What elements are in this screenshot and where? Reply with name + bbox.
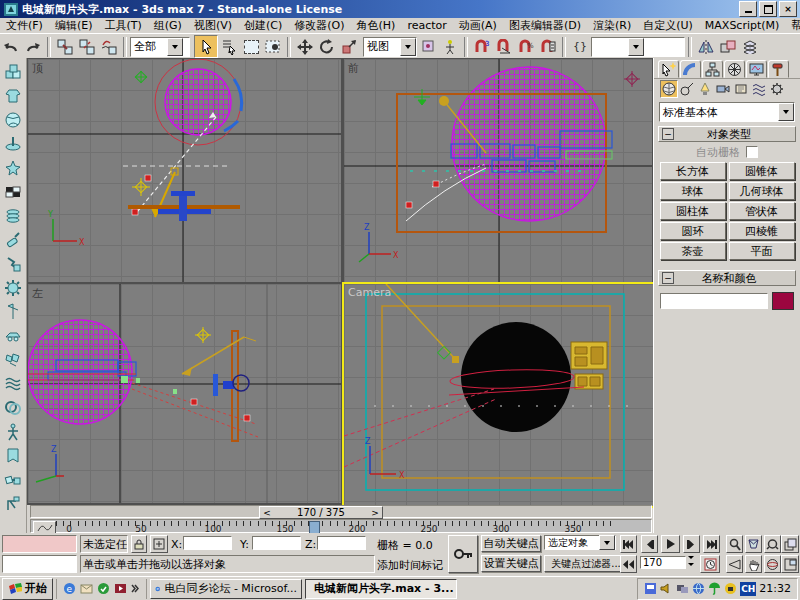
select-and-link-icon[interactable] xyxy=(54,36,76,57)
snaps-toggle-button[interactable]: 3 xyxy=(471,36,493,57)
track-bar[interactable]: 0 50 100 150 200 250 300 350 xyxy=(30,519,652,533)
viewport-front[interactable]: 前 ZX xyxy=(344,59,652,282)
menu-tools[interactable]: 工具(T) xyxy=(98,18,147,33)
menu-edit[interactable]: 编辑(E) xyxy=(49,18,99,33)
set-key-button[interactable]: 设置关键点 xyxy=(481,555,541,572)
taskbar-item-browser[interactable]: e 电白同乡论坛 - Microsof... xyxy=(150,579,302,599)
select-by-name-button[interactable] xyxy=(218,36,240,57)
green-app-icon[interactable] xyxy=(97,582,110,595)
object-name-input[interactable] xyxy=(660,293,768,309)
menu-graph-editors[interactable]: 图表编辑器(D) xyxy=(503,18,587,33)
menu-group[interactable]: 组(G) xyxy=(148,18,188,33)
plane-button[interactable]: 平面 xyxy=(729,242,795,260)
menu-file[interactable]: 文件(F) xyxy=(0,18,49,33)
viewport-camera-label[interactable]: Camera xyxy=(348,286,391,299)
dropdown-arrow-icon[interactable] xyxy=(778,103,794,121)
tab-hierarchy[interactable] xyxy=(702,60,723,78)
go-to-end-button[interactable] xyxy=(703,535,720,553)
viewport-left-label[interactable]: 左 xyxy=(32,286,43,301)
torus-button[interactable]: 圆环 xyxy=(660,222,726,240)
menu-help[interactable]: 帮助(H) xyxy=(785,18,800,33)
absolute-offset-mode-toggle[interactable] xyxy=(150,535,168,553)
antivirus-umbrella-icon[interactable] xyxy=(708,582,721,595)
category-space-warps-icon[interactable] xyxy=(750,80,768,98)
key-filters-button[interactable]: 关键点过滤器... xyxy=(544,555,628,572)
select-and-move-button[interactable] xyxy=(294,36,316,57)
reactor-motor-icon[interactable] xyxy=(2,276,24,300)
reactor-rigid-body-collection-icon[interactable] xyxy=(2,60,24,84)
redo-button[interactable] xyxy=(22,36,44,57)
network-icon[interactable] xyxy=(676,582,689,595)
category-cameras-icon[interactable] xyxy=(714,80,732,98)
menu-maxscript[interactable]: MAXScript(M) xyxy=(699,19,786,32)
use-center-flyout-button[interactable] xyxy=(417,36,439,57)
zoom-extents-all-button[interactable] xyxy=(781,535,799,553)
reactor-soft-body-collection-icon[interactable] xyxy=(2,108,24,132)
menu-customize[interactable]: 自定义(U) xyxy=(637,18,699,33)
frame-back-arrow[interactable]: < xyxy=(260,508,274,518)
rollout-name-color[interactable]: −名称和颜色 xyxy=(658,270,796,286)
time-slider-handle[interactable]: < 170 / 375 > xyxy=(259,506,383,519)
bind-to-space-warp-icon[interactable] xyxy=(98,36,120,57)
object-color-swatch[interactable] xyxy=(772,292,794,310)
start-button[interactable]: 开始 xyxy=(2,578,53,600)
geosphere-button[interactable]: 几何球体 xyxy=(729,182,795,200)
taskbar-item-3dsmax[interactable]: 电城新闻片头字.max - 3... xyxy=(305,579,457,599)
auto-key-button[interactable]: 自动关键点 xyxy=(481,535,541,552)
tab-modify[interactable] xyxy=(680,60,701,78)
tab-display[interactable] xyxy=(746,60,767,78)
cone-button[interactable]: 圆锥体 xyxy=(729,162,795,180)
rectangular-selection-region-button[interactable] xyxy=(240,36,262,57)
field-of-view-button[interactable] xyxy=(726,555,743,573)
arc-rotate-button[interactable] xyxy=(764,555,781,573)
reference-coordinate-dropdown[interactable]: 视图 xyxy=(363,37,417,57)
volume-icon[interactable] xyxy=(660,582,673,595)
collapse-icon[interactable]: − xyxy=(662,128,674,140)
geometry-type-dropdown[interactable]: 标准基本体 xyxy=(659,102,795,122)
menu-create[interactable]: 创建(C) xyxy=(238,18,288,33)
reactor-water-icon[interactable] xyxy=(2,372,24,396)
category-systems-icon[interactable] xyxy=(768,80,786,98)
y-coordinate-field[interactable] xyxy=(252,536,301,550)
selection-lock-toggle[interactable] xyxy=(131,535,147,553)
dropdown-arrow-icon[interactable] xyxy=(628,38,644,56)
zoom-extents-button[interactable] xyxy=(764,535,781,553)
play-animation-button[interactable] xyxy=(661,535,680,553)
category-geometry-icon[interactable] xyxy=(660,80,678,98)
viewport-left[interactable]: 左 xyxy=(28,284,341,503)
time-configuration-button[interactable] xyxy=(700,555,720,573)
spinner-snap-toggle-button[interactable] xyxy=(537,36,559,57)
reactor-constraint-solver-icon[interactable] xyxy=(2,396,24,420)
reactor-cloth-modifier-icon[interactable] xyxy=(2,444,24,468)
zoom-all-button[interactable] xyxy=(745,535,762,553)
reactor-cloth-collection-icon[interactable] xyxy=(2,84,24,108)
dropdown-arrow-icon[interactable] xyxy=(400,38,416,56)
maximize-button[interactable] xyxy=(759,1,777,17)
maxscript-mini-listener-pink[interactable] xyxy=(2,535,77,553)
pyramid-button[interactable]: 四棱锥 xyxy=(729,222,795,240)
rollout-object-type[interactable]: −对象类型 xyxy=(658,126,796,142)
cylinder-button[interactable]: 圆柱体 xyxy=(660,202,726,220)
reactor-spring-icon[interactable] xyxy=(2,204,24,228)
current-frame-field[interactable]: 170 xyxy=(640,556,686,569)
globe-icon[interactable] xyxy=(692,582,705,595)
reactor-rope-collection-icon[interactable] xyxy=(2,132,24,156)
z-coordinate-field[interactable] xyxy=(317,536,366,550)
reactor-hinge-constraint-icon[interactable] xyxy=(2,252,24,276)
menu-modifiers[interactable]: 修改器(O) xyxy=(288,18,350,33)
security-lock-icon[interactable] xyxy=(724,582,737,595)
frame-spinner[interactable] xyxy=(688,556,697,571)
layer-manager-button[interactable] xyxy=(739,36,761,57)
tab-create[interactable] xyxy=(658,60,679,78)
language-indicator[interactable]: CH xyxy=(740,582,756,596)
set-keys-button[interactable] xyxy=(448,535,478,573)
select-and-manipulate-button[interactable] xyxy=(439,36,461,57)
viewport-front-label[interactable]: 前 xyxy=(348,61,359,76)
minimize-button[interactable] xyxy=(739,1,757,17)
edit-named-selection-sets-button[interactable]: {} xyxy=(569,36,591,57)
pan-view-button[interactable] xyxy=(745,555,762,573)
time-slider-track[interactable]: < 170 / 375 > xyxy=(30,505,652,518)
collapse-icon[interactable]: − xyxy=(662,272,674,284)
undo-button[interactable] xyxy=(0,36,22,57)
reactor-attach-to-rigid-body-icon[interactable] xyxy=(2,468,24,492)
